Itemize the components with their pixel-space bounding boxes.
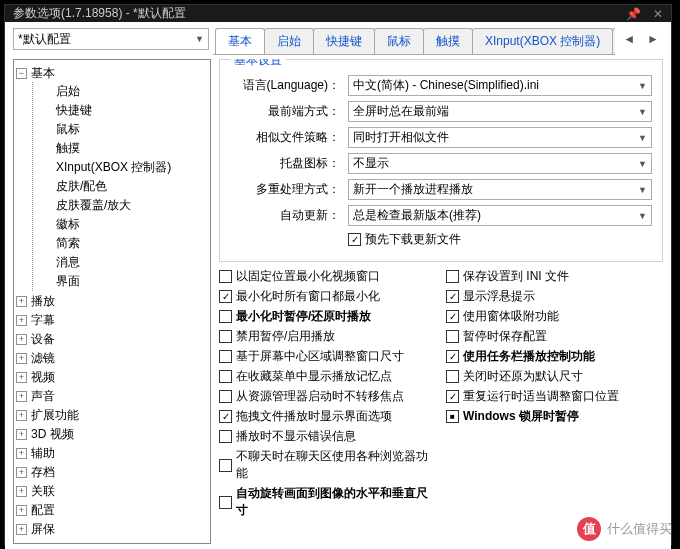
tab-scroll-right[interactable]: ► [643, 28, 663, 55]
similar-select[interactable]: 同时打开相似文件▼ [348, 127, 652, 148]
checkbox-label: 暂停时保存配置 [463, 328, 547, 345]
tree-node[interactable]: +存档 [16, 464, 208, 481]
tree-node[interactable]: 简索 [41, 235, 208, 252]
category-tree[interactable]: − 基本 启始快捷键鼠标触摸XInput(XBOX 控制器)皮肤/配色皮肤覆盖/… [13, 59, 211, 544]
fieldset-title: 基本设置 [230, 59, 286, 69]
checkbox-label: Windows 锁屏时暂停 [463, 408, 579, 425]
tab-0[interactable]: 基本 [215, 28, 265, 54]
tree-label: 快捷键 [56, 102, 92, 119]
checkbox[interactable] [446, 310, 459, 323]
expand-icon[interactable]: + [16, 486, 27, 497]
checkbox[interactable] [446, 350, 459, 363]
predownload-checkbox[interactable] [348, 233, 361, 246]
tree-node-basic[interactable]: − 基本 [16, 65, 208, 82]
expand-icon[interactable]: + [16, 448, 27, 459]
language-select[interactable]: 中文(简体) - Chinese(Simplified).ini▼ [348, 75, 652, 96]
checkbox[interactable] [446, 370, 459, 383]
checkbox[interactable] [446, 410, 459, 423]
front-label: 最前端方式： [230, 103, 340, 120]
tree-node[interactable]: 鼠标 [41, 121, 208, 138]
tree-node[interactable]: +播放 [16, 293, 208, 310]
tree-node[interactable]: +3D 视频 [16, 426, 208, 443]
checkbox[interactable] [446, 390, 459, 403]
config-select[interactable]: *默认配置 ▼ [13, 28, 209, 50]
checkbox[interactable] [446, 270, 459, 283]
checkbox[interactable] [219, 350, 232, 363]
tree-label: 鼠标 [56, 121, 80, 138]
tree-node[interactable]: +扩展功能 [16, 407, 208, 424]
tree-node[interactable]: +视频 [16, 369, 208, 386]
checkbox[interactable] [219, 270, 232, 283]
expand-icon[interactable]: + [16, 372, 27, 383]
expand-icon[interactable]: + [16, 410, 27, 421]
tree-label: 声音 [31, 388, 55, 405]
checkbox[interactable] [219, 496, 232, 509]
tree-label: 关联 [31, 483, 55, 500]
expand-icon[interactable]: + [16, 505, 27, 516]
tree-node[interactable]: 皮肤覆盖/放大 [41, 197, 208, 214]
checkbox[interactable] [219, 410, 232, 423]
tree-node[interactable]: 消息 [41, 254, 208, 271]
tree-node[interactable]: 徽标 [41, 216, 208, 233]
checkbox-label: 重复运行时适当调整窗口位置 [463, 388, 619, 405]
checkbox-label: 使用窗体吸附功能 [463, 308, 559, 325]
multi-select[interactable]: 新开一个播放进程播放▼ [348, 179, 652, 200]
checkbox[interactable] [219, 290, 232, 303]
tab-6[interactable]: 皮肤/酉 [612, 28, 615, 54]
checkbox-label: 播放时不显示错误信息 [236, 428, 356, 445]
tree-node[interactable]: 皮肤/配色 [41, 178, 208, 195]
checkbox[interactable] [219, 370, 232, 383]
tree-node[interactable]: +关联 [16, 483, 208, 500]
tree-node[interactable]: +滤镜 [16, 350, 208, 367]
checkbox[interactable] [219, 330, 232, 343]
predownload-label: 预先下载更新文件 [365, 231, 461, 248]
checkbox[interactable] [219, 459, 232, 472]
expand-icon[interactable]: + [16, 353, 27, 364]
chevron-down-icon: ▼ [195, 34, 204, 44]
checkbox[interactable] [219, 390, 232, 403]
checkbox[interactable] [446, 330, 459, 343]
checkbox[interactable] [446, 290, 459, 303]
tree-node[interactable]: +字幕 [16, 312, 208, 329]
pin-icon[interactable]: 📌 [626, 7, 641, 21]
checkbox[interactable] [219, 310, 232, 323]
tree-node[interactable]: 界面 [41, 273, 208, 290]
expand-icon[interactable]: + [16, 334, 27, 345]
expand-icon[interactable]: + [16, 391, 27, 402]
tree-node[interactable]: +配置 [16, 502, 208, 519]
checkbox-label: 保存设置到 INI 文件 [463, 268, 569, 285]
checkbox[interactable] [219, 430, 232, 443]
update-select[interactable]: 总是检查最新版本(推荐)▼ [348, 205, 652, 226]
tray-select[interactable]: 不显示▼ [348, 153, 652, 174]
tab-1[interactable]: 启始 [264, 28, 314, 54]
checkbox-label: 基于屏幕中心区域调整窗口尺寸 [236, 348, 404, 365]
tree-node[interactable]: XInput(XBOX 控制器) [41, 159, 208, 176]
tree-node[interactable]: +设备 [16, 331, 208, 348]
config-select-value: *默认配置 [18, 31, 71, 48]
tab-5[interactable]: XInput(XBOX 控制器) [472, 28, 613, 54]
tree-node[interactable]: 快捷键 [41, 102, 208, 119]
tree-node[interactable]: 启始 [41, 83, 208, 100]
chevron-down-icon: ▼ [638, 159, 647, 169]
tree-node[interactable]: +屏保 [16, 521, 208, 538]
expand-icon[interactable]: + [16, 467, 27, 478]
expand-icon[interactable]: + [16, 296, 27, 307]
tree-node[interactable]: +辅助 [16, 445, 208, 462]
tree-node[interactable]: +声音 [16, 388, 208, 405]
front-select[interactable]: 全屏时总在最前端▼ [348, 101, 652, 122]
tab-4[interactable]: 触摸 [423, 28, 473, 54]
tray-label: 托盘图标： [230, 155, 340, 172]
expand-icon[interactable]: + [16, 429, 27, 440]
tab-3[interactable]: 鼠标 [374, 28, 424, 54]
tree-node[interactable]: 触摸 [41, 140, 208, 157]
tree-label: 皮肤/配色 [56, 178, 107, 195]
close-icon[interactable]: ✕ [653, 7, 663, 21]
tree-label: 界面 [56, 273, 80, 290]
expand-icon[interactable]: + [16, 315, 27, 326]
tab-2[interactable]: 快捷键 [313, 28, 375, 54]
chevron-down-icon: ▼ [638, 133, 647, 143]
collapse-icon[interactable]: − [16, 68, 27, 79]
tab-scroll-left[interactable]: ◄ [619, 28, 639, 55]
expand-icon[interactable]: + [16, 524, 27, 535]
multi-label: 多重处理方式： [230, 181, 340, 198]
